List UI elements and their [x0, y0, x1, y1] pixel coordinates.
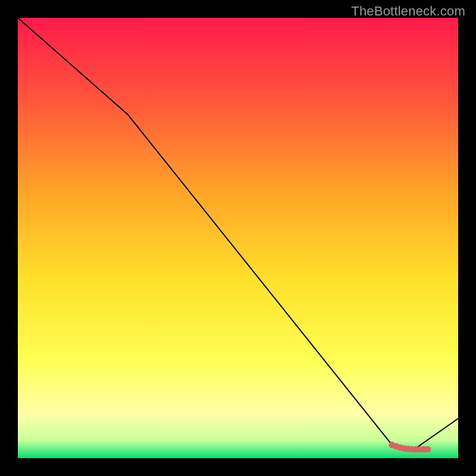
- attribution-text: TheBottleneck.com: [351, 4, 465, 19]
- chart-background: [18, 18, 458, 458]
- marker-dot: [424, 446, 431, 453]
- chart-svg: [18, 18, 458, 458]
- chart-plot-area: [18, 18, 458, 458]
- chart-stage: TheBottleneck.com: [0, 0, 476, 476]
